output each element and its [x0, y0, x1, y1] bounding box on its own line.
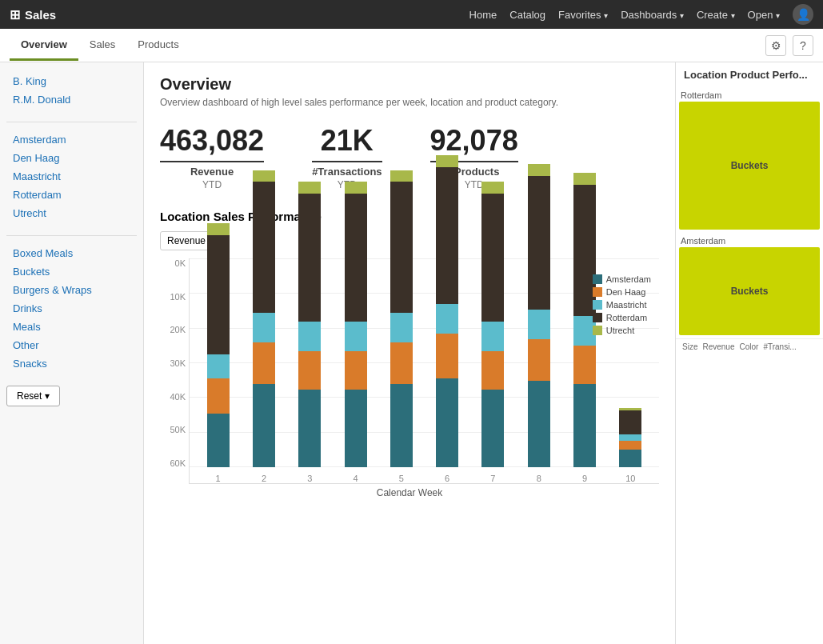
bar-segment-amsterdam: [345, 390, 367, 467]
tab-sales[interactable]: Sales: [78, 30, 127, 61]
bar-segment-amsterdam: [619, 450, 641, 467]
bar-segment-amsterdam: [298, 390, 321, 467]
sidebar-location-denhaag[interactable]: Den Haag: [6, 149, 137, 167]
bars-row: [190, 258, 659, 467]
sidebar-cat-burgerswraps[interactable]: Burgers & Wraps: [6, 281, 137, 299]
bar-segment-utrecht: [481, 182, 504, 194]
divider-2: [6, 235, 137, 236]
bar-segment-rotterdam: [436, 167, 458, 304]
bar-segment-maastricht: [481, 322, 504, 351]
bar-group-1: [198, 258, 238, 467]
treemap-container: Rotterdam Buckets Amsterdam Buckets: [676, 87, 823, 335]
sidebar-cat-other[interactable]: Other: [6, 336, 137, 354]
favorites-dropdown-arrow: ▾: [604, 11, 608, 20]
page-description: Overview dashboard of high level sales p…: [160, 97, 659, 108]
bar-group-5: [381, 258, 421, 467]
y-label-50k: 50K: [160, 425, 186, 434]
bar-segment-rotterdam: [390, 182, 413, 312]
sidebar-cat-meals[interactable]: Meals: [6, 318, 137, 336]
x-label-6: 6: [426, 474, 467, 483]
bar-segment-utrecht: [298, 182, 321, 194]
kpi-transactions-value: 21K: [312, 124, 382, 158]
bar-segment-rotterdam: [345, 194, 367, 322]
bar-segment-denHaag: [298, 351, 321, 390]
bar-segment-amsterdam: [390, 384, 413, 467]
bar-segment-rotterdam: [528, 176, 550, 310]
bottom-transi: #Transi...: [763, 342, 796, 351]
right-panel: Location Product Perfo... Rotterdam Buck…: [675, 62, 823, 644]
kpi-revenue: 463,082 Revenue YTD: [160, 124, 264, 190]
treemap-amsterdam-label: Amsterdam: [676, 233, 823, 247]
sidebar-cat-snacks[interactable]: Snacks: [6, 354, 137, 373]
tab-overview[interactable]: Overview: [10, 30, 78, 61]
x-labels: 12345678910: [190, 474, 659, 483]
stacked-bar-5: [390, 170, 413, 467]
bar-segment-denHaag: [207, 378, 230, 414]
nav-favorites[interactable]: Favorites ▾: [558, 9, 608, 21]
stacked-bar-7: [481, 182, 504, 467]
legend-item-denhaag: Den Haag: [593, 287, 651, 297]
dashboards-dropdown-arrow: ▾: [680, 11, 684, 20]
sidebar-cat-drinks[interactable]: Drinks: [6, 299, 137, 318]
kpi-transactions-label: #Transactions: [312, 161, 382, 178]
user-avatar[interactable]: 👤: [793, 4, 813, 25]
nav-open[interactable]: Open ▾: [748, 9, 780, 21]
settings-icon[interactable]: ⚙: [765, 35, 786, 56]
legend-item-utrecht: Utrecht: [593, 326, 651, 335]
bar-segment-rotterdam: [481, 194, 504, 322]
stacked-bar-10: [619, 408, 641, 467]
legend-color-1: [593, 287, 602, 297]
treemap-amsterdam-buckets: Buckets: [679, 247, 820, 335]
bar-segment-utrecht: [345, 182, 367, 194]
reset-button[interactable]: Reset ▾: [6, 386, 60, 406]
reset-dropdown-arrow: ▾: [45, 390, 50, 402]
sidebar-location-rotterdam[interactable]: Rotterdam: [6, 186, 137, 204]
bar-segment-utrecht: [436, 155, 458, 167]
sidebar-person-rmdonald[interactable]: R.M. Donald: [6, 90, 137, 109]
sidebar-location-amsterdam[interactable]: Amsterdam: [6, 130, 137, 149]
nav-catalog[interactable]: Catalog: [509, 9, 545, 21]
stacked-bar-6: [436, 155, 458, 467]
people-section: B. King R.M. Donald: [6, 72, 137, 109]
bar-segment-utrecht: [390, 170, 413, 182]
help-icon[interactable]: ?: [793, 35, 813, 56]
tab-icons: ⚙ ?: [765, 35, 813, 56]
bar-segment-denHaag: [528, 339, 550, 381]
tab-products[interactable]: Products: [126, 30, 190, 61]
bar-segment-amsterdam: [481, 390, 504, 467]
treemap-rotterdam: Rotterdam Buckets: [676, 87, 823, 230]
bar-group-8: [518, 258, 559, 467]
open-dropdown-arrow: ▾: [776, 11, 780, 20]
nav-dashboards[interactable]: Dashboards ▾: [621, 9, 684, 21]
bar-segment-denHaag: [253, 342, 275, 384]
nav-home[interactable]: Home: [469, 9, 497, 21]
bar-segment-amsterdam: [528, 381, 550, 467]
page-title: Overview: [160, 75, 659, 94]
y-axis: 60K 50K 40K 30K 20K 10K 0K: [160, 258, 189, 484]
bar-segment-denHaag: [345, 351, 367, 390]
sidebar-location-utrecht[interactable]: Utrecht: [6, 204, 137, 222]
legend-item-amsterdam: Amsterdam: [593, 274, 651, 284]
legend-label-1: Den Haag: [606, 287, 646, 297]
app-title: Sales: [25, 8, 56, 22]
stacked-bar-3: [298, 182, 321, 467]
tab-bar: Overview Sales Products ⚙ ?: [0, 29, 823, 62]
legend-item-maastricht: Maastricht: [593, 300, 651, 310]
bar-chart: 60K 50K 40K 30K 20K 10K 0K: [160, 258, 659, 498]
sidebar-cat-buckets[interactable]: Buckets: [6, 262, 137, 281]
content-area: Overview Overview dashboard of high leve…: [144, 62, 675, 644]
bar-group-3: [290, 258, 330, 467]
sidebar-person-bking[interactable]: B. King: [6, 72, 137, 90]
bar-group-4: [335, 258, 376, 467]
bar-segment-denHaag: [573, 346, 596, 384]
nav-create[interactable]: Create ▾: [697, 9, 735, 21]
bar-group-2: [243, 258, 284, 467]
treemap-rotterdam-buckets: Buckets: [679, 102, 820, 230]
bar-segment-maastricht: [345, 322, 367, 351]
sidebar-location-maastricht[interactable]: Maastricht: [6, 167, 137, 186]
bar-group-6: [426, 258, 467, 467]
stacked-bar-8: [528, 164, 550, 467]
sidebar-cat-boxedmeals[interactable]: Boxed Meals: [6, 244, 137, 262]
chart-section: Location Sales Performance Revenue ▾ 60K…: [160, 210, 659, 498]
x-label-8: 8: [518, 474, 559, 483]
